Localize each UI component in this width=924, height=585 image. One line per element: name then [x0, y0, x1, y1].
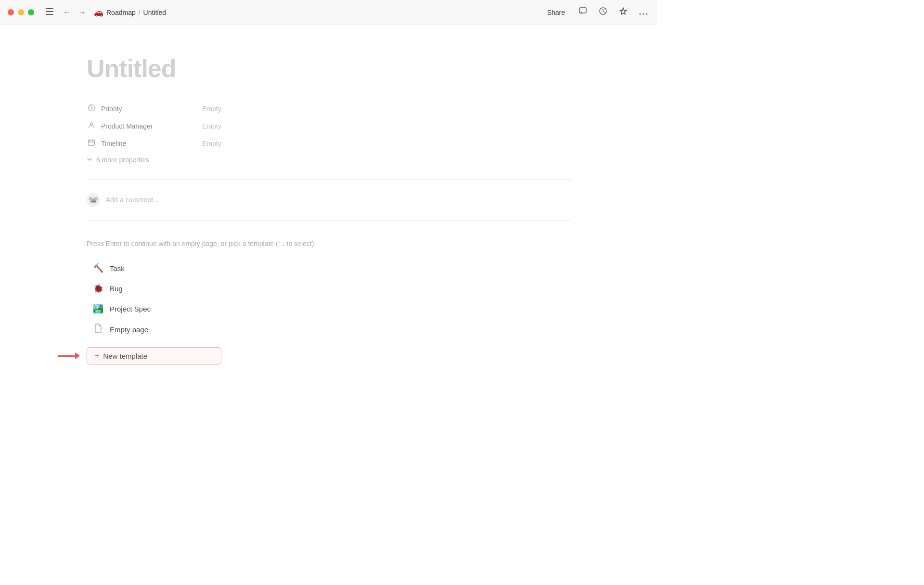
more-properties-label: 6 more properties [96, 156, 149, 164]
property-label-priority: Priority [87, 104, 202, 114]
template-label-task: Task [110, 264, 125, 273]
share-button[interactable]: Share [543, 7, 569, 18]
svg-point-5 [640, 13, 641, 15]
minimize-button[interactable] [18, 9, 24, 15]
template-label-project-spec: Project Spec [110, 305, 151, 313]
properties-section: Priority Empty Product Manager Empty [87, 100, 571, 168]
property-value-product-manager: Empty [202, 122, 221, 130]
property-name-priority: Priority [101, 105, 122, 113]
template-item-empty-page[interactable]: Empty page [87, 320, 221, 339]
svg-rect-2 [46, 14, 53, 15]
titlebar-right: Share [543, 5, 650, 20]
comment-placeholder: Add a comment... [106, 196, 159, 204]
svg-rect-3 [579, 8, 586, 13]
template-label-bug: Bug [110, 285, 123, 293]
project-spec-icon: 🏞️ [92, 303, 104, 314]
property-value-priority: Empty [202, 105, 221, 113]
priority-icon [87, 104, 96, 114]
new-template-label: New template [103, 352, 147, 360]
breadcrumb-separator: / [139, 9, 141, 16]
chevron-down-icon [87, 156, 92, 164]
breadcrumb-parent[interactable]: Roadmap [106, 9, 136, 16]
divider-2 [87, 220, 571, 221]
svg-rect-0 [46, 8, 53, 9]
template-item-bug[interactable]: 🐞 Bug [87, 279, 221, 298]
star-icon-button[interactable] [617, 5, 629, 20]
person-icon [87, 121, 96, 131]
avatar: 🐭 [87, 193, 100, 207]
arrow-indicator [58, 352, 80, 359]
titlebar: ← → 🚗 Roadmap / Untitled Share [0, 0, 657, 25]
main-content: Untitled Priority Empty [0, 25, 657, 418]
template-hint: Press Enter to continue with an empty pa… [87, 240, 571, 247]
page-title[interactable]: Untitled [87, 54, 571, 83]
property-row-priority[interactable]: Priority Empty [87, 100, 571, 117]
new-template-container: + New template [87, 347, 221, 364]
property-name-timeline: Timeline [101, 140, 126, 147]
svg-rect-1 [46, 11, 53, 12]
forward-button[interactable]: → [77, 6, 88, 19]
more-properties-toggle[interactable]: 6 more properties [87, 152, 571, 168]
property-row-timeline[interactable]: Timeline Empty [87, 135, 571, 152]
property-name-product-manager: Product Manager [101, 122, 153, 130]
bug-icon: 🐞 [92, 283, 104, 294]
arrow-shaft [58, 355, 75, 357]
arrow-head [75, 352, 80, 359]
back-button[interactable]: ← [61, 6, 73, 19]
svg-point-8 [90, 123, 93, 125]
comment-area[interactable]: 🐭 Add a comment... [87, 187, 571, 212]
sidebar-toggle-button[interactable] [42, 5, 57, 19]
property-label-timeline: Timeline [87, 139, 202, 148]
comment-icon-button[interactable] [577, 5, 589, 20]
breadcrumb-current: Untitled [143, 9, 166, 16]
divider-1 [87, 179, 571, 180]
empty-page-icon [92, 324, 104, 336]
new-template-button[interactable]: + New template [87, 347, 221, 364]
svg-point-7 [646, 13, 648, 15]
template-item-project-spec[interactable]: 🏞️ Project Spec [87, 299, 221, 318]
property-label-product-manager: Product Manager [87, 121, 202, 131]
plus-icon: + [95, 351, 99, 360]
more-options-button[interactable] [637, 5, 650, 19]
breadcrumb-emoji: 🚗 [94, 8, 103, 17]
traffic-lights [8, 9, 34, 15]
history-icon-button[interactable] [597, 5, 609, 20]
close-button[interactable] [8, 9, 14, 15]
breadcrumb: 🚗 Roadmap / Untitled [94, 8, 166, 17]
maximize-button[interactable] [28, 9, 34, 15]
task-icon: 🔨 [92, 263, 104, 273]
template-label-empty-page: Empty page [110, 325, 148, 334]
calendar-icon [87, 139, 96, 148]
nav-buttons: ← → [61, 6, 88, 19]
svg-point-6 [643, 13, 644, 15]
svg-rect-9 [89, 140, 95, 145]
template-list: 🔨 Task 🐞 Bug 🏞️ Project Spec Empty page [87, 259, 571, 339]
property-row-product-manager[interactable]: Product Manager Empty [87, 117, 571, 135]
template-item-task[interactable]: 🔨 Task [87, 259, 221, 277]
avatar-emoji: 🐭 [89, 195, 98, 205]
property-value-timeline: Empty [202, 140, 221, 147]
